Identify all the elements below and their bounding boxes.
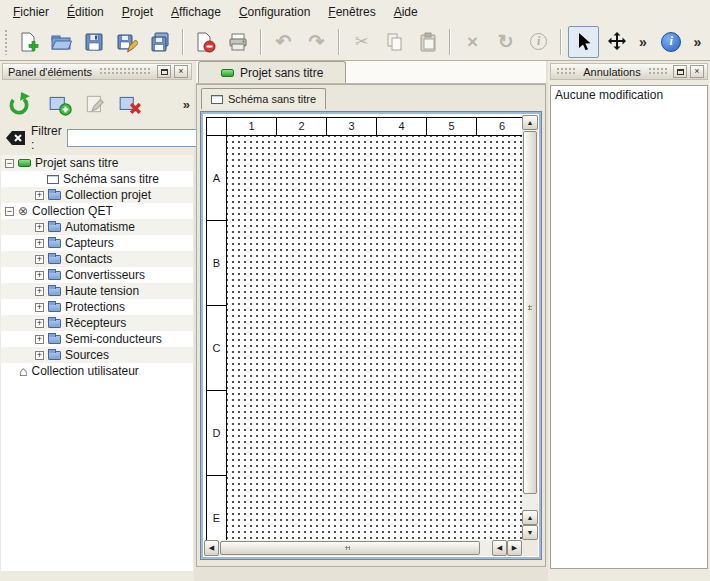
tree-item-protections[interactable]: + Protections [1,299,193,315]
tree-item-convertisseurs[interactable]: + Convertisseurs [1,267,193,283]
tree-item-haute-tension[interactable]: + Haute tension [1,283,193,299]
panel-toolbar-overflow-button[interactable]: » [181,95,192,114]
tree-item-semi-conducteurs[interactable]: + Semi-conducteurs [1,331,193,347]
edit-element-button[interactable] [80,89,110,119]
new-document-button[interactable] [13,26,44,58]
delete-button[interactable]: × [457,26,488,58]
menu-edition[interactable]: Édition [58,2,113,22]
tree-item-projet-sans-titre[interactable]: − Projet sans titre [1,155,193,171]
tree-item-capteurs[interactable]: + Capteurs [1,235,193,251]
collapse-icon[interactable]: − [5,159,14,168]
scroll-left-button[interactable]: ◀ [204,540,219,556]
menu-configuration[interactable]: Configuration [230,2,319,22]
project-tabbar: Projet sans titre [196,61,546,84]
horizontal-scroll-thumb[interactable] [220,541,480,555]
expand-icon[interactable]: + [35,223,44,232]
open-project-button[interactable] [46,26,77,58]
expand-icon[interactable]: + [35,319,44,328]
elements-panel-titlebar[interactable]: Panel d'éléments × [2,63,192,80]
undo-button[interactable]: ↶ [268,26,299,58]
tree-item-label: Collection QET [32,204,113,218]
help-toolbar-overflow-button[interactable]: » [689,26,706,58]
paste-button[interactable] [412,26,443,58]
cut-button[interactable]: ✂ [346,26,377,58]
reload-collections-button[interactable] [4,89,34,119]
expand-icon[interactable]: + [35,191,44,200]
tree-item-collection-projet[interactable]: + Collection projet [1,187,193,203]
undo-history-list[interactable]: Aucune modification [550,85,708,569]
scroll-up-button[interactable]: ▲ [522,510,538,525]
tree-item-sources[interactable]: + Sources [1,347,193,363]
close-file-button[interactable] [190,26,221,58]
expand-icon[interactable]: + [35,351,44,360]
save-all-button[interactable] [145,26,176,58]
vertical-scroll-track[interactable] [522,131,538,509]
tree-item-collection-utilisateur[interactable]: ⌂ Collection utilisateur [1,363,193,379]
schema-canvas[interactable] [227,136,522,540]
expand-icon[interactable]: + [35,255,44,264]
expand-icon[interactable]: + [35,287,44,296]
new-element-button[interactable] [45,89,75,119]
diagram-tab[interactable]: Schéma sans titre [201,88,326,109]
column-header: 5 [427,118,477,135]
toolbar-separator [449,29,451,55]
scroll-left-button[interactable]: ◀ [492,540,507,556]
arrow-down-icon: ▼ [527,529,534,536]
rotate-button[interactable]: ↻ [490,26,521,58]
expand-icon[interactable]: + [35,239,44,248]
element-information-icon: i [530,33,547,50]
expand-icon[interactable]: + [35,303,44,312]
scroll-up-button[interactable]: ▲ [522,115,538,130]
toolbar-grip[interactable] [4,29,8,55]
vertical-scroll-thumb[interactable] [523,131,537,494]
scroll-down-button[interactable]: ▼ [522,525,538,540]
horizontal-scroll-track[interactable] [220,540,491,556]
folder-icon [48,271,61,280]
tree-item-automatisme[interactable]: + Automatisme [1,219,193,235]
qet-collection-icon: ⊗ [18,205,28,217]
element-information-button[interactable]: i [523,26,554,58]
menu-affichage[interactable]: Affichage [162,2,230,22]
copy-icon [384,31,406,53]
tree-item-schema-sans-titre[interactable]: Schéma sans titre [1,171,193,187]
undo-history-titlebar[interactable]: Annulations × [550,63,708,80]
scroll-right-button[interactable]: ▶ [507,540,522,556]
chevron-right-icon: » [693,35,701,49]
clear-filter-button[interactable] [4,129,26,147]
tree-item-contacts[interactable]: + Contacts [1,251,193,267]
expand-icon[interactable]: + [35,271,44,280]
diagram-sheet[interactable]: 1 2 3 4 5 6 A B C [206,117,522,540]
select-mode-button[interactable] [568,26,599,58]
tree-item-collection-qet[interactable]: − ⊗ Collection QET [1,203,193,219]
menu-fichier[interactable]: Fichier [4,2,58,22]
tree-item-label: Capteurs [65,236,114,250]
collapse-icon[interactable]: − [5,207,14,216]
folder-icon [48,351,61,360]
tree-item-recepteurs[interactable]: + Récepteurs [1,315,193,331]
save-icon [83,31,105,53]
expand-icon[interactable]: + [35,335,44,344]
vertical-scrollbar[interactable]: ▲ ▲ ▼ [522,115,538,540]
dock-float-button[interactable] [157,65,171,78]
horizontal-scrollbar[interactable]: ◀ ◀ ▶ [204,540,522,556]
copy-button[interactable] [379,26,410,58]
project-tab[interactable]: Projet sans titre [198,61,346,83]
menu-fenetres[interactable]: Fenêtres [319,2,384,22]
redo-button[interactable]: ↷ [301,26,332,58]
pan-mode-button[interactable] [601,26,632,58]
diagram-viewport[interactable]: 1 2 3 4 5 6 A B C [204,115,522,540]
dock-close-button[interactable]: × [690,65,704,78]
menu-aide[interactable]: Aide [385,2,427,22]
delete-icon: × [467,32,478,51]
info-blue-icon: i [661,32,681,52]
menu-projet[interactable]: Projet [113,2,162,22]
print-button[interactable] [223,26,254,58]
undo-history-title: Annulations [581,66,643,78]
save-as-button[interactable] [112,26,143,58]
delete-element-button[interactable] [115,89,145,119]
toolbar-overflow-button[interactable]: » [634,26,651,58]
dock-float-button[interactable] [673,65,687,78]
save-button[interactable] [79,26,110,58]
dock-close-button[interactable]: × [174,65,188,78]
about-qt-button[interactable]: i [656,26,687,58]
